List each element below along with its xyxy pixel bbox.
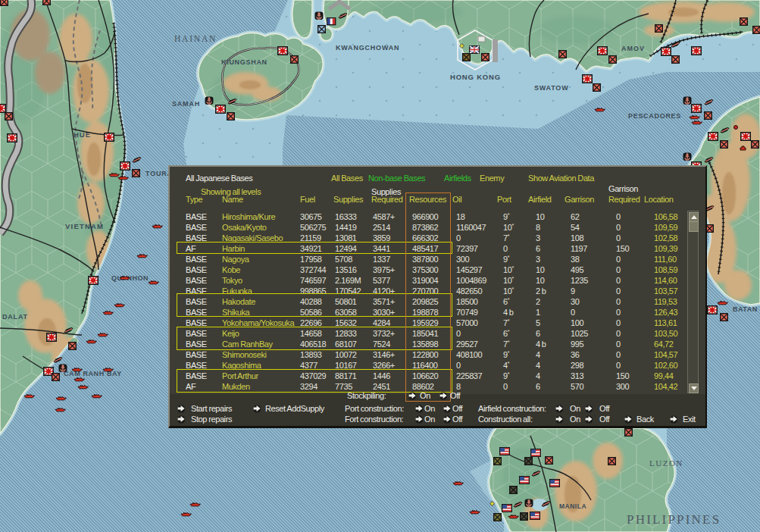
svg-text:HONG KONG: HONG KONG [450,73,501,81]
svg-text:HUE: HUE [73,130,91,139]
svg-text:AMOV: AMOV [621,45,645,52]
svg-text:LUZON: LUZON [649,458,683,468]
svg-text:SWATOW: SWATOW [534,84,568,92]
svg-text:PHILIPPINES: PHILIPPINES [627,512,721,527]
svg-text:KIUNGSHAN: KIUNGSHAN [221,58,267,66]
svg-text:BATAN: BATAN [733,305,758,313]
svg-text:SAMAH: SAMAH [172,100,200,108]
svg-text:PESCADORES: PESCADORES [628,112,681,120]
svg-text:HAINAN: HAINAN [174,34,217,43]
svg-text:DALAT: DALAT [2,313,28,321]
svg-text:MANILA: MANILA [559,502,586,510]
svg-text:CAM RANH BAY: CAM RANH BAY [64,370,122,377]
svg-text:KWANGCHOWAN: KWANGCHOWAN [336,44,399,52]
svg-text:VIETNAM: VIETNAM [65,222,104,230]
svg-text:QUI NHON: QUI NHON [111,274,149,282]
